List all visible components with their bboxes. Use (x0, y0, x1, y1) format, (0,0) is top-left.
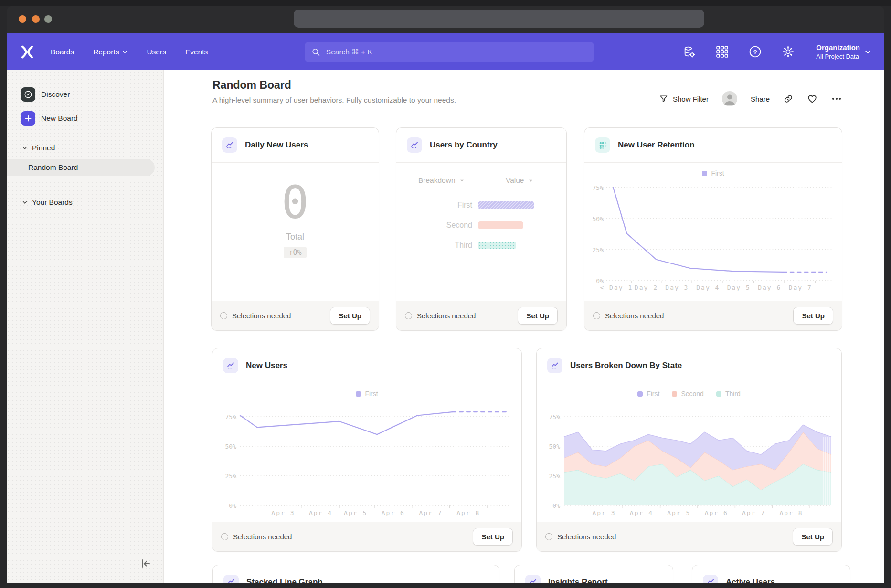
svg-text:Day 5: Day 5 (727, 284, 751, 291)
status: Selections needed (593, 312, 664, 320)
card-stacked-line-graph: Stacked Line Graph (212, 565, 499, 583)
apps-grid-icon[interactable] (716, 45, 729, 58)
nav-item-boards[interactable]: Boards (51, 48, 74, 56)
set-up-button[interactable]: Set Up (518, 307, 558, 325)
status: Selections needed (545, 533, 616, 541)
status: Selections needed (220, 312, 291, 320)
country-bar[interactable] (478, 221, 523, 229)
card-new-user-retention: New User Retention First 75%50%25%0%< Da… (584, 127, 842, 331)
svg-text:50%: 50% (549, 443, 561, 450)
set-up-button[interactable]: Set Up (330, 307, 370, 325)
status-label: Selections needed (557, 533, 616, 541)
traffic-light-close[interactable] (19, 15, 26, 23)
nav-item-reports[interactable]: Reports (93, 48, 127, 56)
avatar[interactable] (722, 91, 737, 106)
line-chart-icon (223, 358, 238, 373)
sidebar-section-pinned[interactable]: Pinned (7, 141, 55, 155)
favorite-heart-icon[interactable] (807, 94, 817, 104)
svg-text:25%: 25% (225, 472, 237, 480)
svg-text:75%: 75% (549, 413, 561, 420)
svg-text:Day 6: Day 6 (758, 284, 781, 291)
svg-text:0%: 0% (229, 502, 236, 509)
line-chart-icon (703, 575, 718, 583)
board-link-label: Random Board (28, 163, 78, 172)
set-up-button[interactable]: Set Up (473, 528, 513, 546)
new-users-line-chart[interactable]: 75%50%25%0%Apr 3Apr 4Apr 5Apr 6Apr 7Apr … (212, 383, 522, 525)
card-footer: Selections needed Set Up (212, 522, 521, 551)
sidebar-item-discover[interactable]: Discover (7, 85, 70, 104)
share-label: Share (751, 95, 770, 103)
svg-text:Apr 5: Apr 5 (667, 509, 690, 516)
plus-icon (21, 111, 35, 126)
sidebar-item-new-board[interactable]: New Board (7, 109, 78, 127)
country-row: Second (396, 221, 566, 230)
svg-text:Day 4: Day 4 (696, 284, 720, 291)
svg-text:Apr 6: Apr 6 (705, 509, 728, 516)
filter-funnel-icon (659, 94, 668, 104)
country-bar[interactable] (478, 242, 516, 249)
status-circle-icon (220, 312, 227, 319)
sidebar-item-random-board[interactable]: Random Board (7, 159, 155, 176)
svg-text:Day 3: Day 3 (665, 284, 689, 291)
search-input[interactable] (325, 47, 587, 57)
card-footer: Selections needed Set Up (537, 522, 841, 551)
card-users-by-state: Users Broken Down By State FirstSecondTh… (536, 348, 842, 552)
traffic-light-zoom[interactable] (44, 15, 52, 23)
svg-text:Apr 8: Apr 8 (456, 509, 480, 516)
card-insights-report: Insights Report (514, 565, 673, 583)
value-label: Value (506, 176, 524, 185)
nav-items: BoardsReportsUsersEvents (51, 33, 208, 70)
card-title: Insights Report (548, 578, 608, 583)
search-bar[interactable] (305, 42, 594, 62)
chevron-down-icon (528, 178, 533, 183)
value-dropdown[interactable]: Value (506, 176, 533, 185)
nav-item-label: Reports (93, 48, 119, 56)
board-controls: Show Filter Share (659, 91, 842, 106)
metric-value: 0 (281, 180, 308, 225)
set-up-button[interactable]: Set Up (793, 307, 833, 325)
status-circle-icon (221, 533, 228, 540)
collapse-sidebar-icon[interactable] (139, 557, 152, 570)
sidebar-section-your-boards[interactable]: Your Boards (7, 195, 73, 210)
breakdown-dropdown[interactable]: Breakdown (418, 176, 465, 185)
country-bar[interactable] (478, 201, 534, 209)
more-options-icon[interactable] (831, 93, 842, 105)
card-footer: Selections needed Set Up (396, 301, 566, 330)
retention-line-chart[interactable]: 75%50%25%0%< Day 1Day 2Day 3Day 4Day 5Da… (584, 163, 842, 302)
svg-text:Apr 4: Apr 4 (630, 509, 653, 516)
copy-link-icon[interactable] (783, 94, 794, 104)
svg-text:Day 2: Day 2 (635, 284, 658, 291)
nav-item-users[interactable]: Users (147, 48, 166, 56)
status-circle-icon (405, 312, 412, 319)
traffic-light-minimize[interactable] (32, 15, 40, 23)
org-switcher[interactable]: Organization All Project Data (816, 33, 871, 70)
state-area-chart[interactable]: 75%50%25%0%Apr 3Apr 4Apr 5Apr 6Apr 7Apr … (537, 383, 842, 525)
nav-item-events[interactable]: Events (185, 48, 208, 56)
page-subtitle: A high-level summary of user behaviors. … (212, 96, 456, 105)
nav-right-icons: ? (683, 33, 795, 70)
nav-item-label: Users (147, 48, 166, 56)
help-icon[interactable]: ? (749, 45, 762, 58)
card-title: Stacked Line Graph (246, 578, 323, 583)
delta-badge: ↑0% (284, 247, 306, 258)
chevron-down-icon (122, 49, 127, 54)
svg-text:Apr 3: Apr 3 (271, 509, 295, 516)
country-row-label: Second (396, 221, 478, 230)
svg-text:75%: 75% (593, 184, 604, 191)
data-management-icon[interactable] (683, 45, 696, 58)
url-bar[interactable] (294, 10, 704, 28)
chevron-down-icon (22, 200, 28, 205)
settings-gear-icon[interactable] (782, 45, 795, 58)
mixpanel-logo-icon[interactable] (20, 45, 34, 59)
section-label: Pinned (32, 144, 55, 152)
browser-window: BoardsReportsUsersEvents (0, 0, 891, 588)
show-filter-button[interactable]: Show Filter (659, 94, 709, 104)
card-title: Users Broken Down By State (570, 361, 682, 370)
card-title: New User Retention (618, 140, 695, 150)
set-up-button[interactable]: Set Up (793, 528, 833, 546)
share-button[interactable]: Share (751, 95, 770, 103)
sidebar-item-label: New Board (41, 114, 78, 123)
compass-icon (21, 87, 35, 102)
card-header: Insights Report (515, 565, 673, 583)
card-title: Users by Country (430, 140, 498, 150)
